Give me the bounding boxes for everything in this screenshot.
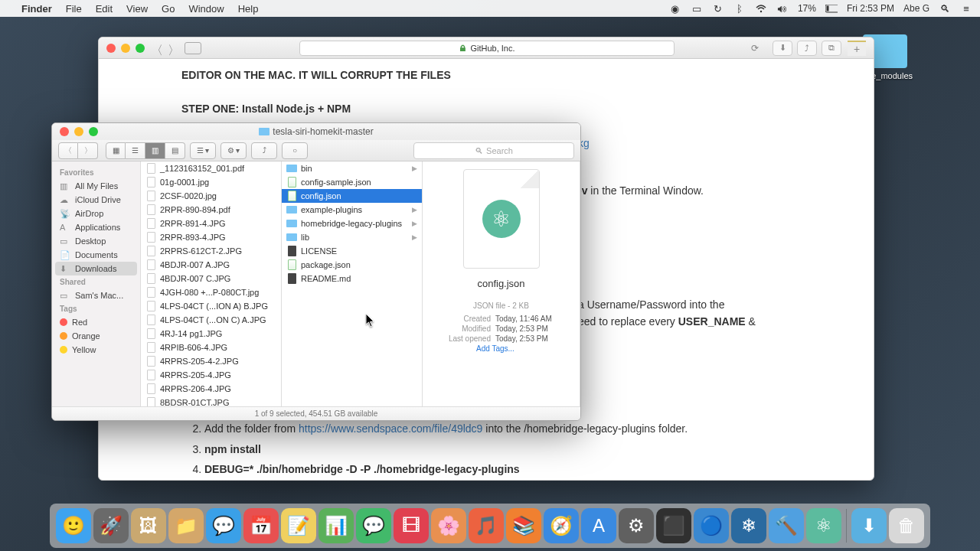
- spotlight-icon[interactable]: 🔍︎: [939, 2, 951, 15]
- action-button[interactable]: ⚙ ▾: [220, 142, 247, 159]
- sidebar-item-airdrop[interactable]: 📡AirDrop: [52, 207, 140, 220]
- forward-button[interactable]: 〉: [78, 142, 98, 159]
- file-row[interactable]: config.json: [282, 189, 422, 203]
- file-row[interactable]: 4RPRS-205-4-2.JPG: [141, 354, 281, 368]
- menu-help[interactable]: Help: [238, 3, 259, 15]
- file-row[interactable]: _1123163152_001.pdf: [141, 161, 281, 175]
- status-icon[interactable]: ◉: [669, 2, 681, 15]
- search-field[interactable]: 🔍︎Search: [413, 142, 574, 159]
- arrange-button[interactable]: ☰ ▾: [190, 142, 216, 159]
- dock-trash[interactable]: 🗑: [889, 508, 924, 543]
- coverflow-view-button[interactable]: ▤: [165, 142, 185, 159]
- file-row[interactable]: 8BDSR-01CT.JPG: [141, 396, 281, 406]
- sidebar-toggle[interactable]: [185, 42, 201, 54]
- bluetooth-icon[interactable]: ᛒ: [733, 2, 746, 15]
- dock-app-5[interactable]: 📅: [243, 508, 279, 543]
- airplay-icon[interactable]: ▭: [691, 2, 703, 15]
- file-row[interactable]: LICENSE: [282, 244, 422, 258]
- file-row[interactable]: 4RJ-14 pg1.JPG: [141, 327, 281, 341]
- dock-app-4[interactable]: 💬: [206, 508, 241, 543]
- dock-app-13[interactable]: 🧭: [544, 508, 579, 543]
- add-tags-link[interactable]: Add Tags...: [430, 344, 572, 353]
- file-row[interactable]: lib▶: [282, 230, 422, 244]
- file-row[interactable]: 2RPR-891-4.JPG: [141, 217, 281, 230]
- dock-app-18[interactable]: ❄: [731, 508, 766, 543]
- sidebar-item-applications[interactable]: AApplications: [52, 220, 140, 234]
- tabs-button[interactable]: ⧉: [822, 41, 841, 56]
- dock-app-11[interactable]: 🎵: [469, 508, 504, 543]
- wifi-icon[interactable]: [755, 2, 767, 15]
- sidebar-tag-orange[interactable]: Orange: [52, 329, 140, 343]
- share-button[interactable]: ⤴: [797, 41, 817, 56]
- forward-button[interactable]: 〉: [168, 43, 178, 54]
- downloads-button[interactable]: ⬇: [773, 41, 792, 56]
- battery-icon[interactable]: [825, 2, 838, 15]
- back-button[interactable]: 〈: [58, 142, 78, 159]
- file-row[interactable]: 4LPS-04CT (...ON C) A.JPG: [141, 313, 281, 327]
- dock-app-3[interactable]: 📁: [168, 508, 204, 543]
- back-button[interactable]: 〈: [151, 43, 162, 54]
- sidebar-item-documents[interactable]: 📄Documents: [52, 248, 140, 262]
- menu-edit[interactable]: Edit: [96, 3, 113, 15]
- file-row[interactable]: 01g-0001.jpg: [141, 175, 281, 189]
- sidebar-item-icloud-drive[interactable]: ☁iCloud Drive: [52, 193, 140, 207]
- close-button[interactable]: [106, 44, 116, 53]
- file-row[interactable]: 2RPR-890-894.pdf: [141, 203, 281, 217]
- battery-percent[interactable]: 17%: [798, 3, 816, 14]
- menu-window[interactable]: Window: [188, 3, 224, 15]
- new-tab-button[interactable]: +: [848, 41, 866, 56]
- file-row[interactable]: bin▶: [282, 161, 422, 175]
- minimize-button[interactable]: [121, 44, 130, 53]
- dock-app-20[interactable]: ⚛: [806, 508, 841, 543]
- dock-app-7[interactable]: 📊: [318, 508, 354, 543]
- sendspace-link[interactable]: https://www.sendspace.com/file/49ldc9: [299, 422, 482, 435]
- menu-view[interactable]: View: [126, 3, 148, 15]
- file-row[interactable]: 4BDJR-007 C.JPG: [141, 272, 281, 285]
- clock[interactable]: Fri 2:53 PM: [847, 3, 894, 14]
- file-row[interactable]: package.json: [282, 258, 422, 272]
- file-row[interactable]: homebridge-legacy-plugins▶: [282, 217, 422, 230]
- column-2[interactable]: bin▶config-sample.jsonconfig.jsonexample…: [282, 161, 423, 406]
- file-row[interactable]: example-plugins▶: [282, 203, 422, 217]
- dock-app-12[interactable]: 📚: [506, 508, 541, 543]
- icon-view-button[interactable]: ▦: [106, 142, 126, 159]
- file-row[interactable]: 4RPRS-205-4.JPG: [141, 368, 281, 382]
- dock-downloads[interactable]: ⬇: [851, 508, 887, 543]
- sidebar-item-all-my-files[interactable]: ▥All My Files: [52, 179, 140, 193]
- sidebar-tag-yellow[interactable]: Yellow: [52, 343, 140, 357]
- dock-app-19[interactable]: 🔨: [769, 508, 804, 543]
- sidebar-item-desktop[interactable]: ▭Desktop: [52, 234, 140, 248]
- tags-button[interactable]: ○: [282, 142, 308, 159]
- file-row[interactable]: 2CSF-0020.jpg: [141, 189, 281, 203]
- file-row[interactable]: README.md: [282, 272, 422, 285]
- file-row[interactable]: 2RPRS-612CT-2.JPG: [141, 244, 281, 258]
- finder-titlebar[interactable]: tesla-siri-homekit-master: [52, 123, 580, 140]
- column-view-button[interactable]: ▥: [145, 142, 165, 159]
- sidebar-tag-red[interactable]: Red: [52, 315, 140, 329]
- sidebar-item-downloads[interactable]: ⬇Downloads: [55, 262, 137, 276]
- file-row[interactable]: 4BDJR-007 A.JPG: [141, 258, 281, 272]
- file-row[interactable]: 4RPRS-206-4.JPG: [141, 382, 281, 396]
- menu-go[interactable]: Go: [162, 3, 175, 15]
- dock-app-2[interactable]: 🖼: [131, 508, 166, 543]
- dock-app-15[interactable]: ⚙: [619, 508, 654, 543]
- dock-app-17[interactable]: 🔵: [694, 508, 729, 543]
- dock-app-16[interactable]: ⬛: [656, 508, 691, 543]
- dock-app-9[interactable]: 🎞: [394, 508, 429, 543]
- address-bar[interactable]: 🔒︎ GitHub, Inc.: [299, 41, 675, 56]
- safari-traffic-lights[interactable]: [106, 44, 145, 53]
- dock-app-6[interactable]: 📝: [281, 508, 316, 543]
- list-view-button[interactable]: ☰: [126, 142, 145, 159]
- column-1[interactable]: _1123163152_001.pdf01g-0001.jpg2CSF-0020…: [141, 161, 282, 406]
- file-row[interactable]: config-sample.json: [282, 175, 422, 189]
- notification-center-icon[interactable]: ≡: [960, 2, 972, 15]
- zoom-button[interactable]: [136, 44, 145, 53]
- user-name[interactable]: Abe G: [903, 3, 929, 14]
- file-row[interactable]: 4JGH-080 +...P-080CT.jpg: [141, 285, 281, 299]
- file-row[interactable]: 4LPS-04CT (...ION A) B.JPG: [141, 299, 281, 313]
- file-row[interactable]: 2RPR-893-4.JPG: [141, 230, 281, 244]
- reload-icon[interactable]: ⟳: [751, 43, 759, 54]
- app-name[interactable]: Finder: [21, 3, 52, 15]
- dock-app-14[interactable]: A: [581, 508, 616, 543]
- dock-app-10[interactable]: 🌸: [431, 508, 466, 543]
